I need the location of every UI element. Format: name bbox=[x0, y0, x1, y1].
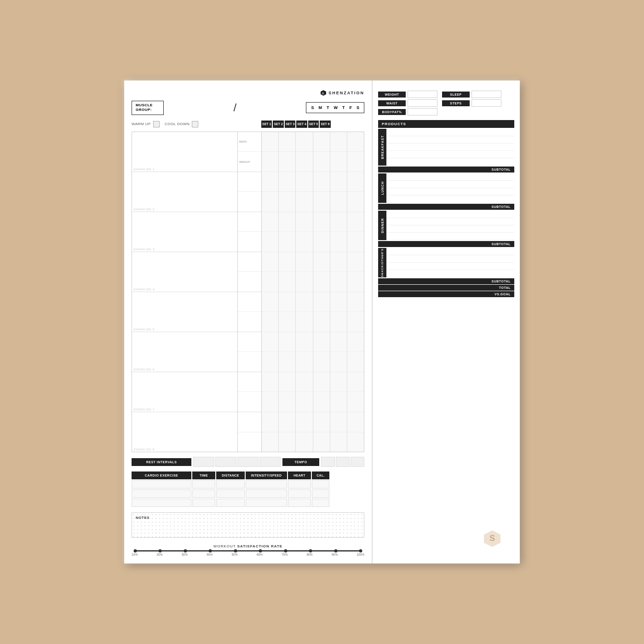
dinner-row-4[interactable] bbox=[386, 233, 514, 240]
notes-box[interactable]: NOTES bbox=[132, 512, 364, 538]
rw-pair-8 bbox=[238, 412, 261, 452]
cardio-header-row: CARDIO EXERCISE TIME DISTANCE INTENSITY/… bbox=[132, 472, 364, 479]
warmup-setheader-row: WARM UP COOL DOWN SET 1 SET 2 SET 3 SET … bbox=[132, 121, 364, 128]
lunch-section: LUNCH bbox=[378, 173, 514, 203]
sets-panel bbox=[262, 132, 364, 452]
snack-label: SNACK/OTHER'S bbox=[381, 248, 384, 277]
snack-row-2[interactable] bbox=[386, 255, 514, 263]
snack-label-col: SNACK/OTHER'S bbox=[378, 248, 386, 277]
weight-input[interactable] bbox=[408, 91, 437, 98]
breakfast-row-1[interactable] bbox=[386, 129, 514, 136]
dinner-label-col: DINNER bbox=[378, 211, 386, 240]
weight-stat-row: WEIGHT bbox=[378, 91, 437, 98]
dinner-row-2[interactable] bbox=[386, 218, 514, 225]
rest-cell-4[interactable] bbox=[259, 457, 281, 467]
rest-cell-2[interactable] bbox=[215, 457, 236, 467]
breakfast-row-5[interactable] bbox=[386, 158, 514, 166]
satisfaction-section: WORKOUT SATISFACTION RATE 10% bbox=[132, 544, 364, 556]
set-col-1 bbox=[262, 132, 279, 452]
exercise-row-1: EXERCISE 1 bbox=[132, 132, 237, 172]
set-header-5: SET 5 bbox=[308, 121, 319, 128]
exercise-row-5: EXERCISE 5 bbox=[132, 292, 237, 332]
rest-tempo-row: REST INTERVALS TEMPO bbox=[132, 457, 364, 467]
warmup-label: WARM UP bbox=[132, 122, 151, 126]
pct-80: 80% bbox=[307, 553, 313, 556]
lunch-row-3[interactable] bbox=[386, 188, 514, 196]
cooldown-checkbox[interactable] bbox=[192, 121, 198, 127]
days-container: S M T W T F S bbox=[306, 102, 364, 113]
day-m: M bbox=[318, 105, 322, 110]
slider-track[interactable] bbox=[135, 550, 361, 552]
tempo-cells bbox=[321, 457, 364, 467]
cardio-cal-header: CAL. bbox=[312, 472, 329, 479]
tick-20 bbox=[184, 549, 187, 552]
lunch-row-4[interactable] bbox=[386, 196, 514, 203]
lunch-rows bbox=[386, 173, 514, 203]
cardio-row-1 bbox=[132, 480, 364, 489]
satisfaction-title: WORKOUT SATISFACTION RATE bbox=[132, 544, 364, 548]
steps-input[interactable] bbox=[472, 99, 501, 107]
breakfast-row-4[interactable] bbox=[386, 151, 514, 158]
pct-40: 40% bbox=[207, 553, 213, 556]
pct-30: 30% bbox=[182, 553, 188, 556]
set-header-1: SET 1 bbox=[261, 121, 272, 128]
set-header-4: SET 4 bbox=[296, 121, 307, 128]
bodyfat-stat-row: BODYFAT% bbox=[378, 108, 437, 115]
tick-30 bbox=[209, 549, 212, 552]
stats-left: WEIGHT WAIST BODYFAT% bbox=[378, 91, 437, 115]
waist-stat-row: WAIST bbox=[378, 99, 437, 107]
tempo-cell-1[interactable] bbox=[321, 457, 335, 467]
set-col-2 bbox=[279, 132, 296, 452]
breakfast-label: BREAKFAST bbox=[381, 135, 384, 159]
brand: S SHENZATION bbox=[320, 90, 364, 96]
svg-text:S: S bbox=[489, 534, 495, 543]
set-col-6 bbox=[347, 132, 364, 452]
snack-row-1[interactable] bbox=[386, 248, 514, 255]
warmup-checkbox[interactable] bbox=[153, 121, 160, 127]
day-t1: T bbox=[327, 105, 329, 110]
lunch-row-2[interactable] bbox=[386, 181, 514, 188]
rw-pair-3 bbox=[238, 212, 261, 252]
lunch-row-1[interactable] bbox=[386, 173, 514, 181]
snack-row-3[interactable] bbox=[386, 263, 514, 270]
breakfast-row-2[interactable] bbox=[386, 136, 514, 144]
rest-cell-3[interactable] bbox=[237, 457, 259, 467]
day-t2: T bbox=[342, 105, 345, 110]
steps-label: STEPS bbox=[442, 100, 470, 106]
breakfast-row-3[interactable] bbox=[386, 144, 514, 151]
exercise-row-3: EXERCISE 3 bbox=[132, 212, 237, 252]
bodyfat-input[interactable] bbox=[408, 108, 437, 115]
snack-row-4[interactable] bbox=[386, 270, 514, 277]
reps-weight-panel: REPS WEIGHT bbox=[238, 132, 262, 452]
cardio-heart-header: HEART bbox=[288, 472, 311, 479]
tick-60 bbox=[284, 549, 287, 552]
waist-input[interactable] bbox=[408, 99, 437, 107]
snack-subtotal: SUBTOTAL bbox=[378, 278, 514, 284]
weight-label: WEIGHT bbox=[378, 92, 406, 98]
slider-labels: 10% 20% 30% 40% 50% 60% 70% 80% 90% 100% bbox=[132, 553, 364, 556]
exercise-row-6: EXERCISE 6 bbox=[132, 332, 237, 372]
vs-goal-row: VS.GOAL bbox=[378, 291, 514, 297]
rw-pair-6 bbox=[238, 332, 261, 372]
tempo-cell-2[interactable] bbox=[336, 457, 350, 467]
pct-50: 50% bbox=[232, 553, 238, 556]
pct-100: 100% bbox=[356, 553, 364, 556]
stats-right: SLEEP STEPS bbox=[442, 91, 501, 115]
rw-pair-7 bbox=[238, 372, 261, 412]
rest-cell-1[interactable] bbox=[193, 457, 214, 467]
date-slash: / bbox=[167, 101, 302, 114]
set-headers: SET 1 SET 2 SET 3 SET 4 SET 5 SET 6 bbox=[261, 121, 331, 128]
breakfast-section: BREAKFAST bbox=[378, 129, 514, 166]
total-row: TOTAL bbox=[378, 285, 514, 291]
reps-label-1: REPS bbox=[239, 140, 247, 143]
cardio-distance-header: DISTANCE bbox=[216, 472, 245, 479]
dinner-row-3[interactable] bbox=[386, 225, 514, 233]
dinner-row-1[interactable] bbox=[386, 211, 514, 218]
dinner-rows bbox=[386, 211, 514, 240]
cooldown-label: COOL DOWN bbox=[165, 122, 190, 126]
tick-50 bbox=[259, 549, 262, 552]
sleep-input[interactable] bbox=[472, 91, 501, 98]
notebook: S SHENZATION MUSCLEGROUP: / S M T W T F … bbox=[124, 80, 520, 564]
tempo-cell-3[interactable] bbox=[351, 457, 364, 467]
pct-70: 70% bbox=[282, 553, 288, 556]
